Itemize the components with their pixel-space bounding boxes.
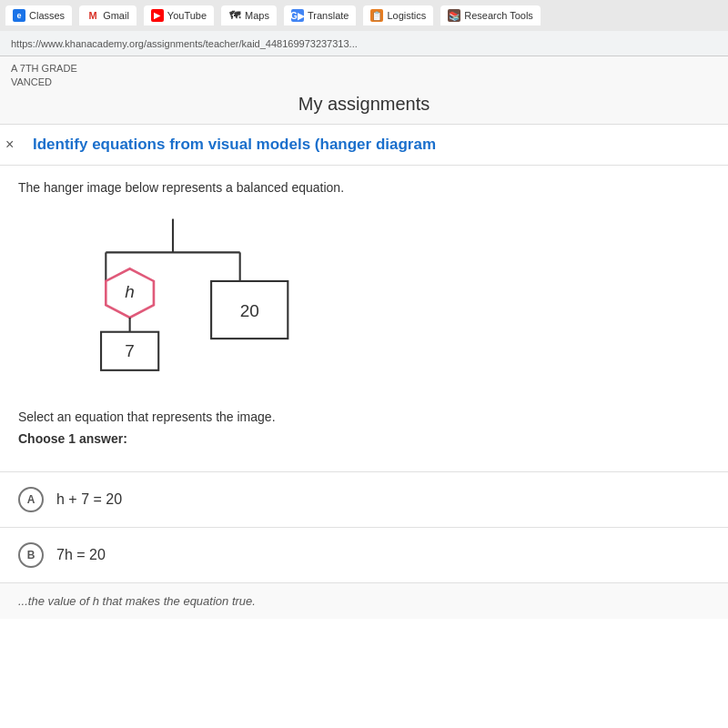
question-description: The hanger image below represents a bala… xyxy=(18,180,710,195)
tab-youtube-label: YouTube xyxy=(167,10,207,21)
breadcrumb-line1: A 7TH GRADE xyxy=(11,63,77,74)
answer-option-b[interactable]: B 7h = 20 xyxy=(0,527,728,582)
tab-bar: e Classes M Gmail ▶ YouTube 🗺 Maps G▶ Tr… xyxy=(0,0,728,31)
tab-research-label: Research Tools xyxy=(464,10,533,21)
question-title-row: × Identify equations from visual models … xyxy=(0,125,728,166)
tab-youtube[interactable]: ▶ YouTube xyxy=(144,5,214,25)
tab-classes-label: Classes xyxy=(29,10,65,21)
svg-text:h: h xyxy=(125,282,135,301)
tab-research[interactable]: 📚 Research Tools xyxy=(440,5,541,25)
select-prompt: Select an equation that represents the i… xyxy=(18,410,710,424)
svg-text:7: 7 xyxy=(125,341,135,360)
tab-gmail[interactable]: M Gmail xyxy=(79,5,136,25)
tab-logistics-label: Logistics xyxy=(387,10,426,21)
tab-logistics[interactable]: 📋 Logistics xyxy=(363,5,433,25)
translate-favicon: G▶ xyxy=(291,9,304,22)
breadcrumb-line2: VANCED xyxy=(11,76,52,87)
tab-translate[interactable]: G▶ Translate xyxy=(284,5,356,25)
option-a-id: A xyxy=(27,493,35,506)
breadcrumb: A 7TH GRADE VANCED xyxy=(11,62,717,90)
option-circle-b: B xyxy=(18,542,44,568)
maps-favicon: 🗺 xyxy=(228,9,241,22)
hanger-svg: h 7 20 xyxy=(27,209,318,391)
tab-maps-label: Maps xyxy=(245,10,269,21)
classes-favicon: e xyxy=(13,9,25,22)
gmail-favicon: M xyxy=(86,9,99,22)
tab-maps[interactable]: 🗺 Maps xyxy=(221,5,277,25)
option-b-id: B xyxy=(27,549,35,561)
question-body: The hanger image below represents a bala… xyxy=(0,166,728,471)
close-button[interactable]: × xyxy=(5,136,14,153)
svg-text:20: 20 xyxy=(240,301,259,320)
logistics-favicon: 📋 xyxy=(370,9,383,22)
page-header: A 7TH GRADE VANCED My assignments xyxy=(0,56,728,125)
tab-classes[interactable]: e Classes xyxy=(5,5,72,25)
footer-hint: ...the value of h that makes the equatio… xyxy=(0,582,728,619)
choose-label: Choose 1 answer: xyxy=(18,431,710,446)
tab-translate-label: Translate xyxy=(308,10,349,21)
option-a-text: h + 7 = 20 xyxy=(56,491,122,508)
url-bar[interactable]: https://www.khanacademy.org/assignments/… xyxy=(0,31,728,56)
footer-hint-var: h xyxy=(93,594,99,608)
answer-option-a[interactable]: A h + 7 = 20 xyxy=(0,471,728,527)
option-circle-a: A xyxy=(18,487,44,512)
hanger-diagram: h 7 20 xyxy=(27,209,318,391)
tab-gmail-label: Gmail xyxy=(103,10,129,21)
footer-hint-text2: that makes the equation true. xyxy=(99,594,256,608)
url-text: https://www.khanacademy.org/assignments/… xyxy=(11,38,358,49)
page-title: My assignments xyxy=(11,90,717,118)
research-favicon: 📚 xyxy=(448,9,460,22)
footer-hint-text: ...the value of xyxy=(18,594,93,608)
youtube-favicon: ▶ xyxy=(151,9,164,22)
question-title: Identify equations from visual models (h… xyxy=(33,136,710,154)
option-b-text: 7h = 20 xyxy=(56,547,106,563)
